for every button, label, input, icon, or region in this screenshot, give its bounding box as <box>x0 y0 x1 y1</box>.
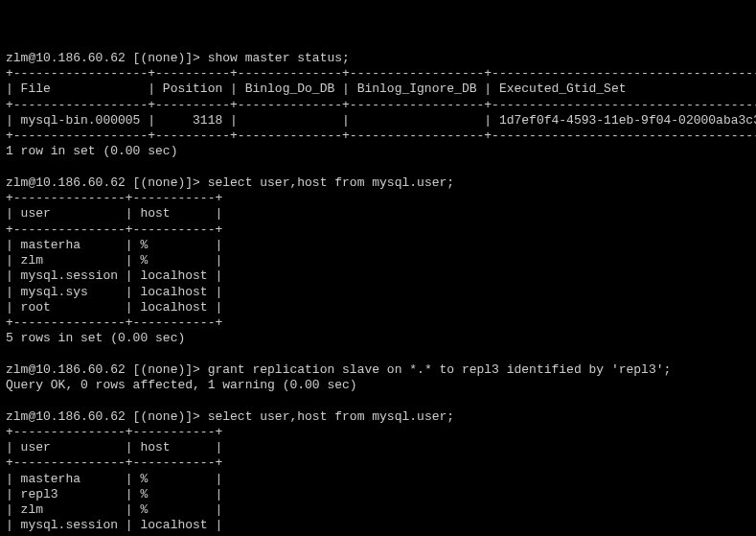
prompt: zlm@10.186.60.62 [(none)]> <box>6 362 208 377</box>
table-header: | user | host | <box>6 440 222 454</box>
table-row: | zlm | % | <box>6 253 222 268</box>
table-row: | mysql.session | localhost | <box>6 268 222 283</box>
command-text: select user,host from mysql.user; <box>208 409 454 424</box>
table-row: | repl3 | % | <box>6 487 222 501</box>
result-text: 1 row in set (0.00 sec) <box>6 144 177 158</box>
command-text: grant replication slave on *.* to repl3 … <box>208 362 672 377</box>
table-sep: +---------------+-----------+ <box>6 222 222 237</box>
table-sep: +------------------+----------+---------… <box>6 66 756 81</box>
table-sep: +---------------+-----------+ <box>6 425 222 439</box>
table-sep: +------------------+----------+---------… <box>6 98 756 112</box>
table-row: | root | localhost | <box>6 300 222 315</box>
prompt: zlm@10.186.60.62 [(none)]> <box>6 175 208 190</box>
result-text: 5 rows in set (0.00 sec) <box>6 331 185 345</box>
table-header: | user | host | <box>6 206 222 221</box>
table-sep: +---------------+-----------+ <box>6 455 222 470</box>
table-row: | mysql-bin.000005 | 3118 | | | 1d7ef0f4… <box>6 113 756 128</box>
command-text: show master status; <box>208 51 350 65</box>
table-row: | masterha | % | <box>6 238 222 252</box>
terminal-output: zlm@10.186.60.62 [(none)]> show master s… <box>6 51 750 536</box>
table-sep: +---------------+-----------+ <box>6 315 222 330</box>
table-sep: +------------------+----------+---------… <box>6 128 756 143</box>
table-header: | File | Position | Binlog_Do_DB | Binlo… <box>6 82 756 96</box>
prompt: zlm@10.186.60.62 [(none)]> <box>6 409 208 424</box>
table-row: | masterha | % | <box>6 472 222 486</box>
command-text: select user,host from mysql.user; <box>208 175 454 190</box>
prompt: zlm@10.186.60.62 [(none)]> <box>6 51 208 65</box>
result-text: Query OK, 0 rows affected, 1 warning (0.… <box>6 378 357 392</box>
table-row: | mysql.sys | localhost | <box>6 285 222 299</box>
table-sep: +---------------+-----------+ <box>6 191 222 205</box>
table-row: | zlm | % | <box>6 502 222 517</box>
table-row: | mysql.session | localhost | <box>6 518 222 532</box>
